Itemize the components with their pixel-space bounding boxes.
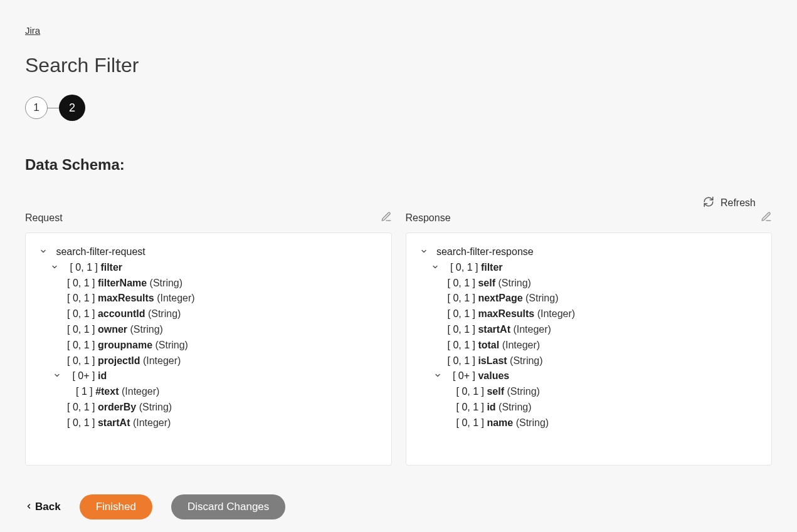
chevron-down-icon[interactable] [53, 368, 63, 384]
schema-leaf[interactable]: [ 0, 1 ] startAt (Integer) [445, 322, 758, 338]
schema-leaf[interactable]: [ 0, 1 ] orderBy (String) [65, 400, 377, 415]
chevron-down-icon[interactable] [40, 244, 50, 260]
edit-response-icon[interactable] [761, 211, 772, 225]
stepper: 1 2 [25, 95, 772, 121]
page-title: Search Filter [25, 54, 772, 77]
response-root[interactable]: search-filter-response [436, 246, 534, 257]
request-label: Request [25, 212, 63, 224]
breadcrumb-jira[interactable]: Jira [25, 25, 40, 36]
chevron-left-icon [25, 501, 33, 513]
schema-leaf[interactable]: [ 0, 1 ] maxResults (Integer) [445, 306, 758, 322]
refresh-label: Refresh [720, 197, 756, 209]
chevron-down-icon[interactable] [434, 368, 444, 384]
schema-leaf[interactable]: [ 0, 1 ] name (String) [454, 415, 758, 431]
schema-leaf[interactable]: [ 0, 1 ] groupname (String) [65, 338, 377, 353]
schema-leaf[interactable]: [ 0, 1 ] projectId (Integer) [65, 353, 377, 369]
discard-button[interactable]: Discard Changes [171, 494, 285, 519]
schema-field[interactable]: filter [100, 262, 122, 273]
schema-leaf[interactable]: [ 0, 1 ] owner (String) [65, 322, 377, 338]
schema-leaf[interactable]: [ 0, 1 ] self (String) [454, 384, 758, 400]
response-column: Response search-filter-response [406, 211, 773, 466]
schema-cardinality: [ 0, 1 ] [70, 262, 97, 273]
schema-cardinality: [ 0+ ] [453, 370, 475, 381]
schema-field[interactable]: id [98, 370, 107, 381]
chevron-down-icon[interactable] [51, 260, 61, 276]
schema-leaf[interactable]: [ 0, 1 ] isLast (String) [445, 353, 758, 369]
schema-leaf[interactable]: [ 1 ] #text (Integer) [73, 384, 377, 400]
edit-request-icon[interactable] [381, 211, 392, 225]
chevron-down-icon[interactable] [431, 260, 441, 276]
step-2[interactable]: 2 [59, 95, 85, 121]
schema-leaf[interactable]: [ 0, 1 ] total (Integer) [445, 338, 758, 353]
refresh-button[interactable]: Refresh [25, 196, 772, 210]
section-title: Data Schema: [25, 156, 772, 174]
schema-leaf[interactable]: [ 0, 1 ] startAt (Integer) [65, 415, 377, 431]
finished-button[interactable]: Finished [80, 494, 152, 519]
response-schema-box: search-filter-response [ 0, 1 ] filter [… [406, 232, 773, 466]
response-label: Response [406, 212, 451, 224]
schema-leaf[interactable]: [ 0, 1 ] nextPage (String) [445, 291, 758, 306]
schema-field[interactable]: values [478, 370, 509, 381]
schema-leaf[interactable]: [ 0, 1 ] id (String) [454, 400, 758, 415]
request-root[interactable]: search-filter-request [56, 246, 145, 257]
schema-cardinality: [ 0+ ] [72, 370, 95, 381]
schema-field[interactable]: filter [481, 262, 503, 273]
schema-leaf[interactable]: [ 0, 1 ] accountId (String) [65, 306, 377, 322]
schema-leaf[interactable]: [ 0, 1 ] filterName (String) [65, 276, 377, 291]
step-connector [48, 108, 59, 108]
step-1[interactable]: 1 [25, 96, 48, 119]
request-schema-box: search-filter-request [ 0, 1 ] filter [ … [25, 232, 392, 466]
schema-leaf[interactable]: [ 0, 1 ] self (String) [445, 276, 758, 291]
refresh-icon [703, 196, 714, 210]
schema-leaf[interactable]: [ 0, 1 ] maxResults (Integer) [65, 291, 377, 306]
chevron-down-icon[interactable] [420, 244, 430, 260]
schema-cardinality: [ 0, 1 ] [450, 262, 478, 273]
request-column: Request search-filter-request [25, 211, 392, 466]
back-link[interactable]: Back [25, 501, 61, 513]
